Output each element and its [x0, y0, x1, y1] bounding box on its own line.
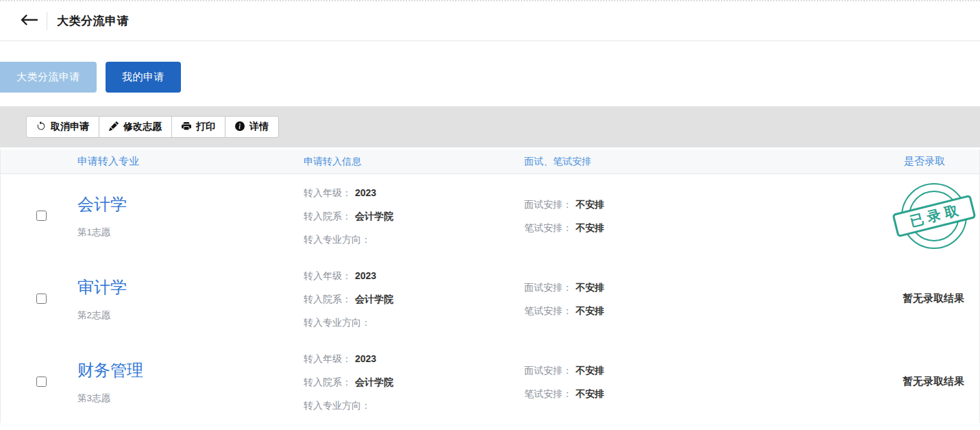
grade-row: 转入年级：2023 [304, 264, 524, 287]
written-exam-row: 笔试安排：不安排 [524, 216, 740, 239]
written-exam-row: 笔试安排：不安排 [524, 299, 740, 322]
row-select-checkbox[interactable] [36, 294, 47, 304]
toolbar: 取消申请 修改志愿 打印 [0, 106, 980, 147]
department-row: 转入院系：会计学院 [304, 204, 524, 228]
table-header-row: 申请转入专业 申请转入信息 面试、笔试安排 是否录取 [1, 150, 979, 174]
grade-value: 2023 [355, 187, 376, 198]
interview-label: 面试安排： [524, 199, 572, 210]
written-exam-label: 笔试安排： [524, 305, 572, 316]
department-label: 转入院系： [304, 294, 352, 304]
row-select-checkbox[interactable] [36, 211, 47, 221]
major-link[interactable]: 审计学 [77, 276, 304, 298]
back-arrow-icon [19, 14, 38, 28]
cancel-application-button[interactable]: 取消申请 [26, 116, 99, 138]
department-value: 会计学院 [355, 377, 393, 387]
written-exam-value: 不安排 [576, 388, 604, 399]
result-text: 暂无录取结果 [903, 292, 964, 305]
preference-label: 第2志愿 [77, 309, 304, 322]
grade-label: 转入年级： [304, 353, 352, 364]
major-link[interactable]: 会计学 [77, 193, 304, 215]
admitted-stamp: 已录取 [899, 181, 969, 251]
interview-value: 不安排 [576, 365, 604, 376]
column-header-info: 申请转入信息 [304, 156, 524, 168]
direction-label: 转入专业方向： [304, 234, 371, 245]
modify-preference-button[interactable]: 修改志愿 [99, 116, 172, 138]
grade-row: 转入年级：2023 [304, 181, 524, 204]
interview-value: 不安排 [576, 282, 604, 293]
grade-value: 2023 [355, 353, 376, 364]
info-icon [235, 121, 245, 133]
applications-table: 申请转入专业 申请转入信息 面试、笔试安排 是否录取 会计学 第1志愿 转入年级… [0, 150, 980, 423]
grade-value: 2023 [355, 270, 376, 281]
written-exam-row: 笔试安排：不安排 [524, 382, 740, 405]
pencil-icon [109, 121, 119, 133]
preference-label: 第3志愿 [77, 392, 304, 405]
tab-category-application[interactable]: 大类分流申请 [0, 62, 97, 93]
written-exam-value: 不安排 [576, 305, 604, 316]
tab-bar: 大类分流申请 我的申请 [0, 62, 980, 93]
department-row: 转入院系：会计学院 [304, 370, 524, 394]
table-row: 审计学 第2志愿 转入年级：2023 转入院系：会计学院 转入专业方向： 面试安… [1, 257, 979, 340]
details-button[interactable]: 详情 [225, 116, 279, 138]
tab-my-applications[interactable]: 我的申请 [106, 62, 181, 93]
department-value: 会计学院 [355, 211, 393, 222]
print-button[interactable]: 打印 [171, 116, 225, 138]
preference-label: 第1志愿 [77, 226, 304, 239]
header-divider [47, 12, 47, 30]
table-body: 会计学 第1志愿 转入年级：2023 转入院系：会计学院 转入专业方向： 面试安… [1, 174, 979, 423]
page-title: 大类分流申请 [57, 13, 129, 29]
grade-label: 转入年级： [304, 270, 352, 281]
interview-row: 面试安排：不安排 [524, 359, 740, 382]
grade-label: 转入年级： [304, 187, 352, 198]
grade-row: 转入年级：2023 [304, 347, 524, 370]
direction-label: 转入专业方向： [304, 317, 371, 328]
direction-label: 转入专业方向： [304, 400, 371, 411]
written-exam-value: 不安排 [576, 222, 604, 233]
interview-row: 面试安排：不安排 [524, 193, 740, 216]
page-header: 大类分流申请 [0, 1, 980, 41]
department-value: 会计学院 [355, 294, 393, 304]
table-row: 会计学 第1志愿 转入年级：2023 转入院系：会计学院 转入专业方向： 面试安… [1, 174, 979, 257]
column-header-arrangement: 面试、笔试安排 [524, 156, 740, 168]
department-row: 转入院系：会计学院 [304, 287, 524, 311]
interview-row: 面试安排：不安排 [524, 276, 740, 299]
row-select-checkbox[interactable] [36, 377, 47, 387]
column-header-result: 是否录取 [740, 155, 979, 168]
printer-icon [182, 121, 191, 133]
interview-label: 面试安排： [524, 365, 572, 376]
direction-row: 转入专业方向： [304, 394, 524, 417]
column-header-major: 申请转入专业 [77, 155, 304, 168]
direction-row: 转入专业方向： [304, 228, 524, 251]
department-label: 转入院系： [304, 377, 352, 387]
written-exam-label: 笔试安排： [524, 222, 572, 233]
table-row: 财务管理 第3志愿 转入年级：2023 转入院系：会计学院 转入专业方向： 面试… [1, 340, 979, 423]
written-exam-label: 笔试安排： [524, 388, 572, 399]
direction-row: 转入专业方向： [304, 311, 524, 334]
interview-value: 不安排 [576, 199, 604, 210]
major-link[interactable]: 财务管理 [77, 359, 304, 381]
interview-label: 面试安排： [524, 282, 572, 293]
undo-icon [36, 121, 46, 133]
result-text: 暂无录取结果 [903, 375, 964, 388]
back-button[interactable] [16, 9, 41, 34]
department-label: 转入院系： [304, 211, 352, 222]
toolbar-button-group: 取消申请 修改志愿 打印 [26, 116, 279, 138]
